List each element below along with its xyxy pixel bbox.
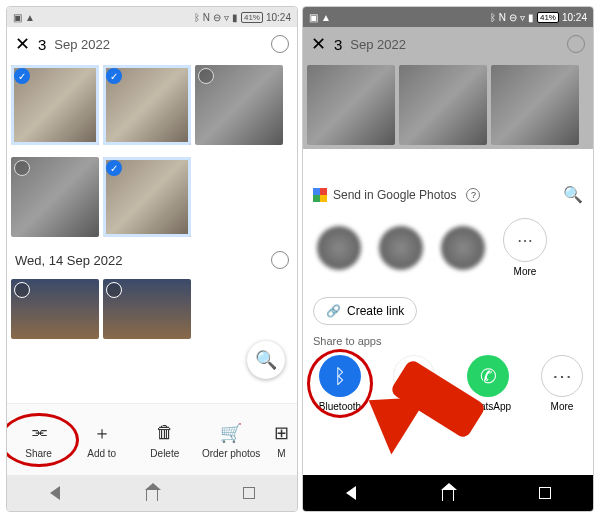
date-label: Wed, 14 Sep 2022 [15, 253, 122, 268]
bluetooth-icon: ᛒ [490, 12, 496, 23]
back-icon [50, 486, 60, 500]
contact-avatar[interactable] [441, 226, 485, 270]
photo-thumb [399, 65, 487, 145]
share-button[interactable]: ⫘Share [13, 421, 65, 459]
photo-grid [7, 279, 297, 339]
order-photos-button[interactable]: 🛒Order photos [202, 421, 260, 459]
close-icon[interactable]: ✕ [311, 33, 326, 55]
help-icon[interactable]: ? [466, 188, 480, 202]
home-icon [146, 489, 158, 501]
check-icon [198, 68, 214, 84]
photo-thumb[interactable] [103, 279, 191, 339]
select-all-circle[interactable] [271, 35, 289, 53]
photo-thumb[interactable] [195, 65, 283, 145]
wifi-icon: ▿ [520, 12, 525, 23]
plus-icon: ＋ [93, 421, 111, 445]
photo-thumb[interactable]: ✓ [11, 65, 99, 145]
contact-avatar[interactable] [317, 226, 361, 270]
selection-count: 3 [334, 36, 342, 53]
bluetooth-icon: ᛒ [194, 12, 200, 23]
more-icon: ⋯ [541, 355, 583, 397]
create-link-button[interactable]: 🔗 Create link [313, 297, 417, 325]
annotation-arrow [393, 379, 483, 419]
add-to-button[interactable]: ＋Add to [76, 421, 128, 459]
nfc-icon: N [499, 12, 506, 23]
bluetooth-app[interactable]: ᛒBluetooth [313, 355, 367, 412]
archive-icon: ⊞ [274, 421, 289, 445]
more-icon: ⋯ [503, 218, 547, 262]
action-label: Delete [150, 448, 179, 459]
status-bar: ▣▲ ᛒ N ⊖ ▿ ▮ 41% 10:24 [303, 7, 593, 27]
check-icon [14, 160, 30, 176]
wifi-icon: ▿ [224, 12, 229, 23]
cart-icon: 🛒 [220, 421, 242, 445]
app-label: Bluetooth [319, 401, 361, 412]
photo-grid: ✓ ✓ [7, 61, 297, 149]
select-day-circle[interactable] [271, 251, 289, 269]
photo-thumb[interactable] [11, 157, 99, 237]
nav-bar [7, 475, 297, 511]
action-bar: ⫘Share ＋Add to 🗑Delete 🛒Order photos ⊞M [7, 403, 297, 475]
search-icon[interactable]: 🔍 [563, 185, 583, 204]
share-sheet: Send in Google Photos ? 🔍 ⋯More 🔗 Create… [303, 177, 593, 475]
back-button[interactable] [42, 484, 68, 502]
picture-icon: ▣ [13, 12, 22, 23]
send-in-label: Send in Google Photos [333, 188, 456, 202]
phone-left: ▣▲ ᛒ N ⊖ ▿ ▮ 41% 10:24 ✕ 3 Sep 2022 ✓ ✓ … [6, 6, 298, 512]
home-button[interactable] [139, 484, 165, 502]
check-icon [106, 282, 122, 298]
recents-button[interactable] [532, 484, 558, 502]
home-icon [442, 489, 454, 501]
photo-grid: ✓ [7, 153, 297, 241]
bluetooth-icon: ᛒ [319, 355, 361, 397]
photo-thumb[interactable] [11, 279, 99, 339]
more-button[interactable]: ⊞M [271, 421, 291, 459]
more-label: More [503, 266, 547, 277]
warning-icon: ▲ [25, 12, 35, 23]
magnify-plus-icon: 🔍 [255, 349, 277, 371]
contact-avatar[interactable] [379, 226, 423, 270]
select-all-circle[interactable] [567, 35, 585, 53]
action-label: M [277, 448, 285, 459]
check-icon: ✓ [14, 68, 30, 84]
more-contacts-button[interactable]: ⋯More [503, 218, 547, 277]
create-link-label: Create link [347, 304, 404, 318]
more-apps-button[interactable]: ⋯More [535, 355, 589, 412]
photo-thumb[interactable]: ✓ [103, 65, 191, 145]
sheet-header: Send in Google Photos ? 🔍 [313, 185, 583, 204]
date-header: Wed, 14 Sep 2022 [7, 241, 297, 279]
date-fragment: Sep 2022 [54, 37, 110, 52]
selection-bar: ✕ 3 Sep 2022 [303, 27, 593, 61]
battery-badge: 41% [537, 12, 559, 23]
contacts-row: ⋯More [313, 204, 583, 291]
check-icon [14, 282, 30, 298]
signal-icon: ▮ [232, 12, 238, 23]
close-icon[interactable]: ✕ [15, 33, 30, 55]
picture-icon: ▣ [309, 12, 318, 23]
battery-badge: 41% [241, 12, 263, 23]
action-label: Order photos [202, 448, 260, 459]
clock: 10:24 [266, 12, 291, 23]
photo-thumb [307, 65, 395, 145]
google-photos-icon [313, 188, 327, 202]
back-button[interactable] [338, 484, 364, 502]
status-bar: ▣▲ ᛒ N ⊖ ▿ ▮ 41% 10:24 [7, 7, 297, 27]
selection-count: 3 [38, 36, 46, 53]
share-icon: ⫘ [30, 421, 48, 445]
link-icon: 🔗 [326, 304, 341, 318]
selection-bar: ✕ 3 Sep 2022 [7, 27, 297, 61]
trash-icon: 🗑 [156, 421, 174, 445]
back-icon [346, 486, 356, 500]
square-icon [243, 487, 255, 499]
photo-thumb[interactable]: ✓ [103, 157, 191, 237]
square-icon [539, 487, 551, 499]
zoom-fab[interactable]: 🔍 [247, 341, 285, 379]
action-label: Add to [87, 448, 116, 459]
home-button[interactable] [435, 484, 461, 502]
delete-button[interactable]: 🗑Delete [139, 421, 191, 459]
recents-button[interactable] [236, 484, 262, 502]
clock: 10:24 [562, 12, 587, 23]
check-icon: ✓ [106, 160, 122, 176]
signal-icon: ▮ [528, 12, 534, 23]
nfc-icon: N [203, 12, 210, 23]
